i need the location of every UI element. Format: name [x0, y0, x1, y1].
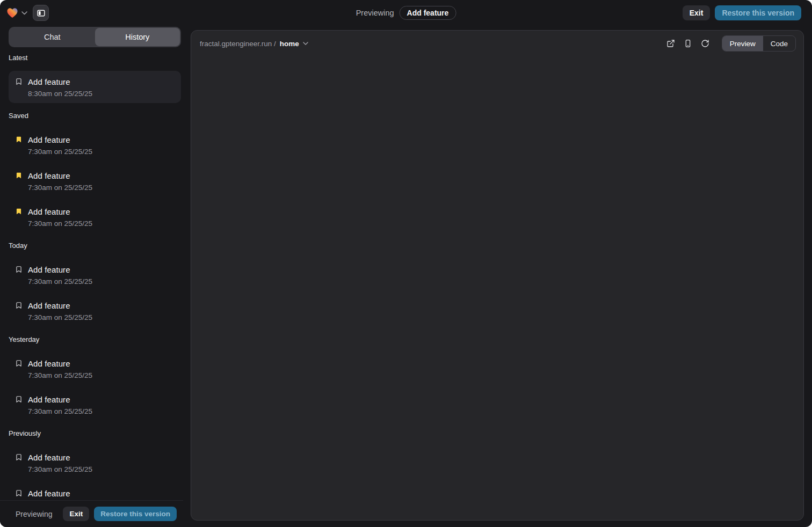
section-title: Previously: [9, 429, 181, 438]
history-item[interactable]: Add feature 7:30am on 25/25/25: [9, 389, 181, 421]
section-title: Saved: [9, 112, 181, 120]
app-window: Previewing Add feature Exit Restore this…: [0, 0, 812, 527]
exit-button[interactable]: Exit: [683, 5, 711, 20]
tab-history[interactable]: History: [95, 28, 180, 46]
history-item-title: Add feature: [28, 359, 70, 368]
chevron-down-icon: [21, 11, 27, 15]
history-item-title: Add feature: [28, 207, 70, 216]
open-external-button[interactable]: [664, 36, 678, 50]
history-item-time: 7:30am on 25/25/25: [28, 219, 175, 228]
bookmark-filled-icon: [15, 207, 23, 216]
bookmark-icon: [15, 77, 23, 86]
url-host: fractal.gptengineer.run /: [200, 40, 276, 48]
bookmark-icon: [15, 265, 23, 274]
preview-actions: Preview Code: [664, 35, 796, 52]
exit-button[interactable]: Exit: [63, 507, 89, 522]
section-title: Today: [9, 241, 181, 250]
bookmark-icon: [15, 301, 23, 310]
bookmark-icon: [15, 395, 23, 404]
bookmark-filled-icon: [15, 171, 23, 180]
bookmark-icon: [15, 489, 23, 497]
sidebar-toggle-button[interactable]: [33, 5, 49, 21]
toggle-code[interactable]: Code: [763, 36, 795, 51]
history-item[interactable]: Add feature 7:30am on 25/25/25: [9, 295, 181, 327]
preview-pane: fractal.gptengineer.run / home: [191, 30, 804, 521]
sidebar-footer: Previewing Exit Restore this version: [0, 500, 183, 527]
history-item-title: Add feature: [28, 395, 70, 404]
preview-content: [191, 56, 803, 520]
preview-pane-header: fractal.gptengineer.run / home: [191, 31, 803, 56]
history-section-latest: Latest Add feature 8:30am on 25/25/25: [9, 54, 181, 103]
history-item[interactable]: Add feature 7:30am on 25/25/25: [9, 259, 181, 291]
top-bar: Previewing Add feature Exit Restore this…: [0, 0, 812, 26]
history-item-time: 7:30am on 25/25/25: [28, 277, 175, 286]
history-item-time: 7:30am on 25/25/25: [28, 407, 175, 416]
restore-version-button[interactable]: Restore this version: [94, 507, 177, 522]
refresh-button[interactable]: [698, 36, 712, 50]
history-sidebar: Chat History Latest Add feature 8:30am o…: [9, 26, 181, 527]
history-item[interactable]: Add feature 7:30am on 25/25/25: [9, 482, 181, 500]
history-item-time: 7:30am on 25/25/25: [28, 465, 175, 474]
toggle-preview[interactable]: Preview: [722, 36, 763, 51]
section-title: Latest: [9, 54, 181, 62]
preview-url-dropdown[interactable]: fractal.gptengineer.run / home: [200, 40, 308, 48]
history-item-time: 7:30am on 25/25/25: [28, 313, 175, 322]
url-page: home: [280, 40, 299, 48]
history-item-title: Add feature: [28, 489, 70, 498]
history-item-title: Add feature: [28, 301, 70, 310]
heart-icon: [6, 8, 18, 18]
smartphone-icon: [684, 39, 692, 48]
history-item-title: Add feature: [28, 453, 70, 462]
history-section-previously: Previously Add feature 7:30am on 25/25/2…: [9, 429, 181, 500]
history-item[interactable]: Add feature 7:30am on 25/25/25: [9, 201, 181, 233]
history-section-saved: Saved Add feature 7:30am on 25/25/25 Add…: [9, 112, 181, 233]
history-item-title: Add feature: [28, 265, 70, 274]
history-item-time: 8:30am on 25/25/25: [28, 90, 175, 98]
history-item-time: 7:30am on 25/25/25: [28, 148, 175, 156]
device-preview-button[interactable]: [681, 36, 695, 50]
history-item[interactable]: Add feature 7:30am on 25/25/25: [9, 447, 181, 479]
bookmark-filled-icon: [15, 135, 23, 144]
history-item-title: Add feature: [28, 135, 70, 144]
history-item-title: Add feature: [28, 77, 70, 86]
restore-version-button[interactable]: Restore this version: [715, 5, 801, 20]
history-section-today: Today Add feature 7:30am on 25/25/25 Add…: [9, 241, 181, 327]
sidebar-tabs: Chat History: [9, 27, 181, 47]
bookmark-icon: [15, 359, 23, 368]
preview-status: Previewing Add feature: [356, 0, 456, 26]
top-actions: Exit Restore this version: [683, 5, 801, 20]
logo-menu[interactable]: [6, 8, 27, 18]
history-item[interactable]: Add feature 8:30am on 25/25/25: [9, 71, 181, 103]
external-link-icon: [666, 39, 675, 48]
version-badge: Add feature: [400, 6, 456, 20]
section-title: Yesterday: [9, 335, 181, 344]
previewing-label: Previewing: [16, 510, 52, 518]
history-item-time: 7:30am on 25/25/25: [28, 371, 175, 380]
previewing-label: Previewing: [356, 9, 394, 17]
view-toggle: Preview Code: [722, 35, 796, 52]
history-item[interactable]: Add feature 7:30am on 25/25/25: [9, 353, 181, 385]
history-item-title: Add feature: [28, 171, 70, 180]
bookmark-icon: [15, 453, 23, 462]
history-item[interactable]: Add feature 7:30am on 25/25/25: [9, 165, 181, 197]
history-item[interactable]: Add feature 7:30am on 25/25/25: [9, 129, 181, 161]
panel-left-icon: [37, 9, 46, 18]
tab-chat[interactable]: Chat: [10, 28, 95, 46]
refresh-icon: [701, 39, 709, 48]
chevron-down-icon: [303, 42, 308, 45]
history-section-yesterday: Yesterday Add feature 7:30am on 25/25/25…: [9, 335, 181, 421]
history-list[interactable]: Latest Add feature 8:30am on 25/25/25 Sa…: [9, 47, 181, 500]
history-item-time: 7:30am on 25/25/25: [28, 184, 175, 192]
